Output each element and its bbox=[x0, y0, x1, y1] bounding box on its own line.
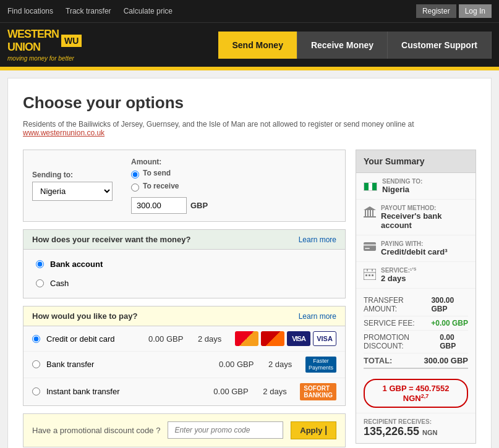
notice-link[interactable]: www.westernunion.co.uk bbox=[23, 129, 104, 137]
transfer-amount-label: TRANSFER AMOUNT: bbox=[364, 296, 431, 313]
currency-label: GBP bbox=[190, 201, 208, 210]
summary-sending-to-content: SENDING TO: Nigeria bbox=[382, 178, 422, 194]
instant-bank-radio[interactable] bbox=[32, 387, 40, 395]
payment-option-card[interactable]: Credit or debit card 0.00 GBP 2 days VIS… bbox=[23, 326, 345, 352]
svg-rect-2 bbox=[367, 210, 369, 216]
summary-title: Your Summary bbox=[356, 150, 476, 173]
promo-input[interactable] bbox=[168, 421, 283, 439]
card-days: 2 days bbox=[198, 334, 229, 344]
bank-icon bbox=[364, 206, 376, 218]
visa-blue-icon: VISA bbox=[287, 331, 310, 346]
receive-method-box: How does your receiver want the money? L… bbox=[23, 229, 346, 298]
notice-text: Residents of the Bailiwicks of Jersey, G… bbox=[23, 120, 476, 137]
country-select[interactable]: Nigeria bbox=[32, 182, 113, 201]
bank-transfer-fee: 0.00 GBP bbox=[219, 360, 262, 369]
payment-option-bank[interactable]: Bank transfer 0.00 GBP 2 days FasterPaym… bbox=[23, 352, 345, 378]
logo: WESTERNUNION WU moving money for better bbox=[7, 23, 82, 67]
transfer-amount-value: 300.00 GBP bbox=[431, 296, 468, 313]
promo-discount-value: 0.00 GBP bbox=[440, 333, 468, 350]
receive-options: Bank account Cash bbox=[23, 250, 345, 298]
sending-form-box: Sending to: Nigeria Amount: To send bbox=[23, 150, 346, 222]
track-transfer-link[interactable]: Track transfer bbox=[66, 7, 111, 15]
nav-send-money[interactable]: Send Money bbox=[218, 32, 297, 59]
summary-numbers: TRANSFER AMOUNT: 300.00 GBP SERVICE FEE:… bbox=[356, 289, 476, 374]
receive-learn-more[interactable]: Learn more bbox=[299, 235, 336, 244]
transfer-amount-row: TRANSFER AMOUNT: 300.00 GBP bbox=[364, 294, 468, 316]
cash-option[interactable]: Cash bbox=[32, 274, 336, 293]
nav-receive-money[interactable]: Receive Money bbox=[297, 32, 388, 59]
promo-box: Have a promotional discount code ? Apply… bbox=[23, 413, 346, 447]
summary-service-value: 2 days bbox=[381, 274, 416, 283]
main-content: Choose your options Residents of the Bai… bbox=[7, 78, 492, 448]
promo-discount-row: PROMOTION DISCOUNT: 0.00 GBP bbox=[364, 331, 468, 353]
logo-text: WESTERNUNION bbox=[7, 28, 59, 54]
find-locations-link[interactable]: Find locations bbox=[7, 7, 53, 15]
total-value: 300.00 GBP bbox=[424, 356, 468, 365]
calculate-price-link[interactable]: Calculate price bbox=[124, 7, 173, 15]
nigeria-flag-icon bbox=[364, 182, 377, 191]
svg-rect-14 bbox=[369, 274, 370, 276]
sending-row: Sending to: Nigeria Amount: To send bbox=[23, 150, 345, 221]
summary-paying-with: PAYING WITH: Credit/debit card³ bbox=[356, 235, 476, 262]
main-nav: Send Money Receive Money Customer Suppor… bbox=[218, 32, 492, 59]
logo-tagline: moving money for better bbox=[7, 55, 82, 62]
payment-method-header: How would you like to pay? Learn more bbox=[23, 306, 345, 326]
svg-rect-1 bbox=[365, 210, 366, 216]
recipient-receives-label: RECIPIENT RECEIVES: bbox=[364, 418, 468, 425]
cash-radio[interactable] bbox=[36, 279, 44, 287]
left-panel: Sending to: Nigeria Amount: To send bbox=[23, 150, 346, 448]
amount-label: Amount: bbox=[131, 158, 208, 166]
instant-bank-label: Instant bank transfer bbox=[46, 387, 207, 396]
bank-account-option[interactable]: Bank account bbox=[32, 255, 336, 274]
instant-bank-fee: 0.00 GBP bbox=[213, 387, 257, 396]
amount-input[interactable] bbox=[131, 197, 187, 214]
register-button[interactable]: Register bbox=[416, 4, 456, 18]
bank-account-radio[interactable] bbox=[36, 260, 44, 268]
amount-field: Amount: To send To receive GBP bbox=[131, 158, 208, 214]
to-receive-radio[interactable] bbox=[131, 184, 139, 192]
sofort-icon: SOFORTBANKING bbox=[300, 383, 336, 400]
mastercard-orange-icon bbox=[261, 331, 284, 346]
recipient-receives-row: RECIPIENT RECEIVES: 135,226.55 NGN bbox=[356, 413, 476, 443]
instant-bank-icons: SOFORTBANKING bbox=[300, 383, 336, 400]
payment-method-title: How would you like to pay? bbox=[32, 311, 137, 321]
apply-button[interactable]: Apply ǀ bbox=[291, 421, 336, 439]
nav-customer-support[interactable]: Customer Support bbox=[388, 32, 492, 59]
service-fee-label: SERVICE FEE: bbox=[364, 319, 414, 328]
login-button[interactable]: Log In bbox=[459, 4, 492, 18]
to-send-radio[interactable] bbox=[131, 171, 139, 179]
instant-bank-days: 2 days bbox=[263, 387, 294, 396]
svg-rect-7 bbox=[364, 244, 376, 246]
svg-rect-0 bbox=[364, 216, 376, 218]
auth-buttons: Register Log In bbox=[416, 4, 492, 18]
service-fee-value: +0.00 GBP bbox=[431, 319, 468, 328]
bank-transfer-icons: FasterPayments bbox=[305, 357, 336, 373]
svg-rect-8 bbox=[365, 248, 370, 249]
card-radio[interactable] bbox=[32, 335, 40, 343]
summary-sending-to-value: Nigeria bbox=[382, 185, 422, 194]
bank-account-label: Bank account bbox=[50, 260, 103, 269]
exchange-rate-box: 1 GBP = 450.7552 NGN2,7 bbox=[364, 379, 468, 408]
logo-badge: WU bbox=[61, 35, 82, 47]
sending-to-field: Sending to: Nigeria bbox=[32, 171, 113, 201]
summary-payout-value: Receiver's bank account bbox=[381, 211, 468, 230]
recipient-receives-value: 135,226.55 NGN bbox=[364, 425, 468, 438]
payment-learn-more[interactable]: Learn more bbox=[299, 312, 336, 321]
faster-payments-icon: FasterPayments bbox=[305, 357, 336, 373]
payment-option-instant[interactable]: Instant bank transfer 0.00 GBP 2 days SO… bbox=[23, 378, 345, 405]
cash-label: Cash bbox=[50, 279, 69, 288]
page-title: Choose your options bbox=[23, 93, 476, 112]
summary-paying-content: PAYING WITH: Credit/debit card³ bbox=[381, 240, 448, 256]
receive-method-title: How does your receiver want the money? bbox=[32, 235, 190, 244]
summary-payout-content: PAYOUT METHOD: Receiver's bank account bbox=[381, 205, 468, 230]
summary-payout-label: PAYOUT METHOD: bbox=[381, 205, 468, 211]
total-label: TOTAL: bbox=[364, 356, 392, 365]
summary-service-label: SERVICE:¹'⁵ bbox=[381, 267, 416, 274]
country-select-wrapper: Nigeria bbox=[32, 182, 113, 201]
total-row: TOTAL: 300.00 GBP bbox=[364, 353, 468, 369]
bank-transfer-radio[interactable] bbox=[32, 360, 40, 368]
credit-card-icon bbox=[364, 242, 376, 251]
summary-sending-to-label: SENDING TO: bbox=[382, 178, 422, 185]
svg-rect-6 bbox=[364, 242, 376, 251]
svg-rect-15 bbox=[372, 274, 373, 276]
